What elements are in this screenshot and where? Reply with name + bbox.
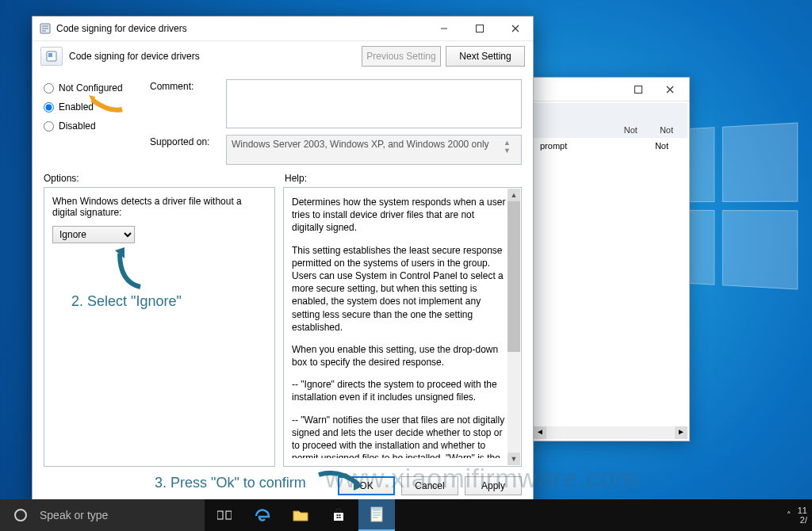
scroll-up-icon[interactable]: ▲ <box>508 189 520 201</box>
cortana-search[interactable]: Speak or type <box>0 499 205 531</box>
options-pane: When Windows detects a driver file witho… <box>44 187 275 467</box>
store-icon[interactable] <box>320 499 357 531</box>
help-text: Determines how the system responds when … <box>292 196 513 458</box>
system-tray[interactable]: ˄ 11 2/ <box>787 506 812 525</box>
background-window: NotNot promptNot ◄► <box>531 77 690 441</box>
bg-maximize-button[interactable] <box>624 80 653 99</box>
svg-rect-0 <box>635 86 642 93</box>
policy-name: Code signing for device drivers <box>69 51 355 62</box>
window-title: Code signing for device drivers <box>56 23 426 34</box>
task-view-button[interactable] <box>206 499 243 531</box>
radio-disabled-label: Disabled <box>59 120 96 132</box>
option-prompt: When Windows detects a driver file witho… <box>52 196 266 218</box>
options-section-label: Options: <box>44 173 275 184</box>
tray-date: 2/ <box>798 515 807 525</box>
svg-rect-10 <box>339 517 341 518</box>
help-scrollbar[interactable]: ▲ ▼ <box>508 189 520 465</box>
notepad-icon[interactable] <box>358 499 395 531</box>
supported-on-value: Windows Server 2003, Windows XP, and Win… <box>226 135 522 165</box>
svg-rect-8 <box>339 514 341 516</box>
policy-item-icon <box>40 47 63 66</box>
supported-on-label: Supported on: <box>150 135 220 165</box>
comment-label: Comment: <box>150 79 220 128</box>
ok-button[interactable]: OK <box>338 476 395 495</box>
bg-table-row[interactable]: promptNot <box>534 138 688 154</box>
bg-horizontal-scrollbar[interactable]: ◄► <box>534 426 688 439</box>
tray-time: 11 <box>798 506 807 515</box>
edge-icon[interactable] <box>244 499 281 531</box>
radio-disabled[interactable]: Disabled <box>44 120 139 132</box>
tray-chevron-up-icon[interactable]: ˄ <box>787 510 791 521</box>
previous-setting-button[interactable]: Previous Setting <box>362 46 441 67</box>
file-explorer-icon[interactable] <box>282 499 319 531</box>
help-section-label: Help: <box>285 173 307 184</box>
signing-action-select[interactable]: Ignore <box>52 226 135 243</box>
minimize-button[interactable] <box>426 17 462 40</box>
svg-rect-7 <box>337 514 339 516</box>
radio-enabled-label: Enabled <box>59 101 94 113</box>
svg-rect-4 <box>48 53 52 57</box>
radio-not-configured-label: Not Configured <box>59 82 123 94</box>
help-pane: Determines how the system responds when … <box>283 187 522 467</box>
close-button[interactable] <box>497 17 533 40</box>
svg-rect-12 <box>371 507 382 510</box>
cancel-button[interactable]: Cancel <box>401 476 458 495</box>
radio-not-configured[interactable]: Not Configured <box>44 82 139 94</box>
dialog-titlebar[interactable]: Code signing for device drivers <box>33 17 533 40</box>
svg-rect-5 <box>217 511 223 519</box>
next-setting-button[interactable]: Next Setting <box>446 46 525 67</box>
svg-rect-2 <box>476 25 483 32</box>
cortana-icon <box>14 509 27 521</box>
radio-enabled[interactable]: Enabled <box>44 101 139 113</box>
bg-close-button[interactable] <box>656 80 684 99</box>
scroll-down-icon[interactable]: ▼ <box>508 453 520 465</box>
policy-icon <box>39 22 52 35</box>
bg-table-header: NotNot <box>534 103 688 138</box>
svg-rect-6 <box>226 511 232 519</box>
header-row: Code signing for device drivers Previous… <box>33 40 533 71</box>
taskbar: Speak or type ˄ 11 2/ <box>0 499 812 531</box>
scrollbar-thumb[interactable] <box>508 201 520 352</box>
maximize-button[interactable] <box>462 17 497 40</box>
comment-input[interactable] <box>226 79 522 128</box>
svg-rect-9 <box>337 517 339 518</box>
background-window-titlebar <box>532 78 689 101</box>
policy-dialog: Code signing for device drivers Code sig… <box>32 16 534 506</box>
search-placeholder: Speak or type <box>40 509 108 521</box>
apply-button[interactable]: Apply <box>465 476 522 495</box>
